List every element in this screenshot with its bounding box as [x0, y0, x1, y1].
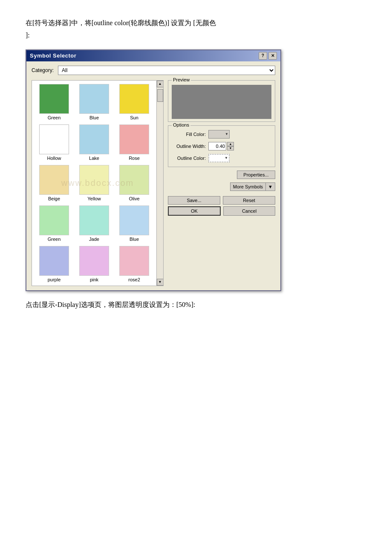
symbol-item-hollow-3[interactable]: Hollow: [35, 124, 73, 161]
symbol-item-green-0[interactable]: Green: [35, 84, 73, 120]
save-reset-row: Save... Reset: [168, 196, 275, 205]
symbol-label-2: Sun: [130, 115, 138, 120]
preview-box: [172, 85, 271, 119]
dialog-title: Symbol Selector: [30, 52, 76, 59]
more-symbols-button[interactable]: More Symbols: [230, 182, 266, 191]
titlebar-buttons: ? ✕: [259, 52, 277, 60]
ok-cancel-row: OK Cancel: [168, 206, 275, 216]
symbol-item-rose2-14[interactable]: rose2: [115, 246, 153, 282]
symbol-swatch-14: [119, 246, 149, 276]
symbol-selector-dialog: Symbol Selector ? ✕ Category: All GreenB…: [26, 49, 281, 291]
fill-color-button[interactable]: ▼: [208, 130, 230, 139]
outline-width-label: Outline Width:: [172, 144, 206, 149]
dialog-titlebar: Symbol Selector ? ✕: [26, 50, 280, 61]
outline-color-arrow: ▼: [225, 156, 228, 160]
category-label: Category:: [32, 67, 54, 73]
symbol-swatch-6: [39, 165, 69, 195]
scroll-track[interactable]: [157, 87, 163, 279]
close-button[interactable]: ✕: [268, 52, 277, 60]
category-row: Category: All: [32, 66, 275, 75]
symbol-swatch-13: [79, 246, 109, 276]
symbol-item-green-9[interactable]: Green: [35, 205, 73, 242]
options-group: Options Fill Color: ▼ Outline Width: ▲: [168, 125, 275, 167]
right-panel: Preview Options Fill Color: ▼ Outline Wi…: [168, 80, 275, 286]
symbol-swatch-4: [79, 124, 109, 154]
symbol-swatch-7: [79, 165, 109, 195]
symbol-swatch-12: [39, 246, 69, 276]
symbol-swatch-0: [39, 84, 69, 114]
vertical-scrollbar[interactable]: ▲ ▼: [156, 81, 163, 286]
symbol-item-yellow-7[interactable]: Yellow: [75, 165, 113, 201]
category-select[interactable]: All: [58, 66, 275, 75]
symbol-item-purple-12[interactable]: purple: [35, 246, 73, 282]
symbol-swatch-3: [39, 124, 69, 154]
more-symbols-row: More Symbols ▼: [168, 182, 275, 191]
symbol-item-jade-10[interactable]: Jade: [75, 205, 113, 242]
symbol-label-4: Lake: [89, 156, 99, 161]
help-button[interactable]: ?: [259, 52, 267, 60]
options-legend: Options: [172, 122, 190, 127]
symbols-panel: GreenBlueSunHollowLakeRoseBeigeYellowOli…: [32, 80, 164, 286]
outline-width-row: Outline Width: ▲ ▼: [172, 142, 271, 150]
symbol-label-9: Green: [48, 237, 61, 242]
outline-color-button[interactable]: ▼: [208, 154, 230, 162]
symbol-label-13: pink: [90, 277, 98, 282]
symbol-label-8: Olive: [129, 196, 139, 201]
ok-button[interactable]: OK: [168, 206, 221, 216]
outline-color-label: Outline Color:: [172, 156, 206, 161]
symbol-swatch-11: [119, 205, 149, 235]
cancel-button[interactable]: Cancel: [223, 206, 275, 216]
scroll-down-button[interactable]: ▼: [157, 279, 164, 286]
symbol-label-14: rose2: [128, 277, 140, 282]
spin-up-button[interactable]: ▲: [227, 142, 234, 146]
symbol-label-6: Beige: [48, 196, 60, 201]
fill-color-row: Fill Color: ▼: [172, 130, 271, 139]
symbol-label-12: purple: [48, 277, 61, 282]
symbol-label-5: Rose: [129, 156, 140, 161]
symbol-swatch-1: [79, 84, 109, 114]
main-area: GreenBlueSunHollowLakeRoseBeigeYellowOli…: [32, 80, 275, 286]
reset-button[interactable]: Reset: [223, 196, 275, 205]
save-button[interactable]: Save...: [168, 196, 220, 205]
symbol-label-3: Hollow: [47, 156, 61, 161]
symbol-item-sun-2[interactable]: Sun: [115, 84, 153, 120]
scroll-up-button[interactable]: ▲: [157, 81, 164, 87]
symbol-item-beige-6[interactable]: Beige: [35, 165, 73, 201]
bottom-buttons: Save... Reset OK Cancel: [168, 196, 275, 216]
instruction-text-1: 在[符号选择器]中，将[outline color(轮廓线颜色)] 设置为 [无…: [26, 17, 366, 42]
symbol-item-olive-8[interactable]: Olive: [115, 165, 153, 201]
outline-width-control: ▲ ▼: [208, 142, 234, 150]
symbol-swatch-5: [119, 124, 149, 154]
outline-color-row: Outline Color: ▼: [172, 154, 271, 162]
symbol-label-11: Blue: [130, 237, 139, 242]
symbol-swatch-10: [79, 205, 109, 235]
symbol-item-blue-11[interactable]: Blue: [115, 205, 153, 242]
symbol-label-7: Yellow: [87, 196, 101, 201]
more-symbols-dropdown[interactable]: ▼: [266, 182, 275, 191]
symbol-swatch-8: [119, 165, 149, 195]
fill-color-arrow: ▼: [225, 132, 228, 136]
symbol-item-pink-13[interactable]: pink: [75, 246, 113, 282]
fill-color-label: Fill Color:: [172, 132, 206, 137]
symbol-swatch-2: [119, 84, 149, 114]
preview-group: Preview: [168, 80, 275, 122]
symbol-item-lake-4[interactable]: Lake: [75, 124, 113, 161]
spin-buttons: ▲ ▼: [227, 142, 234, 150]
dialog-body: Category: All GreenBlueSunHollowLakeRose…: [26, 61, 280, 290]
preview-legend: Preview: [172, 77, 191, 82]
outline-width-input[interactable]: [208, 142, 226, 150]
symbol-item-rose-5[interactable]: Rose: [115, 124, 153, 161]
symbol-label-0: Green: [48, 115, 61, 120]
symbol-swatch-9: [39, 205, 69, 235]
spin-down-button[interactable]: ▼: [227, 146, 234, 150]
instruction-text-2: 点击[显示-Display]选项页，将图层透明度设置为：[50%]:: [26, 299, 366, 311]
scroll-thumb[interactable]: [157, 89, 163, 102]
symbol-label-10: Jade: [89, 237, 99, 242]
symbols-scroll-area: GreenBlueSunHollowLakeRoseBeigeYellowOli…: [32, 81, 156, 286]
symbol-label-1: Blue: [89, 115, 99, 120]
properties-row: Properties...: [168, 171, 275, 179]
properties-button[interactable]: Properties...: [237, 171, 275, 179]
symbol-item-blue-1[interactable]: Blue: [75, 84, 113, 120]
